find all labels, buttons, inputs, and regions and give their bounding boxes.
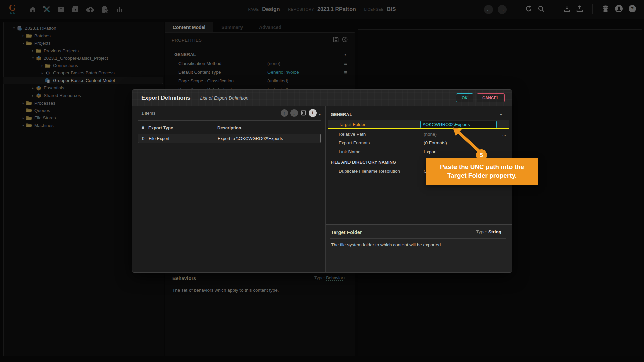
dialog-subtitle: List of Export Definition [200,95,248,101]
section-general: GENERAL ▼ [326,110,512,119]
dialog-title: Export Definitions [141,95,190,101]
export-definition-row[interactable]: 0 File Export Export to \\OKCWGRO02\Expo… [138,134,321,143]
ellipsis-button[interactable]: ... [500,132,506,137]
callout-step-badge: 5 [476,149,487,161]
target-folder-input[interactable]: \\OKCWGRO02\Exports [420,121,497,128]
callout-text: Paste the UNC path into the Target Folde… [432,163,532,180]
items-count: 1 items [141,111,281,116]
cancel-button[interactable]: CANCEL [477,93,505,102]
delete-icon[interactable] [300,109,306,117]
ellipsis-button[interactable]: ... [500,140,506,145]
property-row[interactable]: Relative Path (none) ... [326,130,512,138]
property-row[interactable]: Export Formats (0 Formats) ... [326,138,512,147]
divider [330,238,506,239]
ok-button[interactable]: OK [456,93,473,102]
divider [195,95,195,101]
divider [328,119,509,119]
list-header: # Export Type Description [138,124,321,134]
add-dropdown-icon[interactable]: ▾ [319,113,321,116]
property-help-description: The file system folder to which content … [331,242,501,247]
add-icon[interactable]: + [309,109,317,117]
tutorial-callout: Paste the UNC path into the Target Folde… [426,158,538,185]
target-folder-row[interactable]: Target Folder \\OKCWGRO02\Exports [328,120,509,129]
property-type: Type: String [476,229,501,234]
move-up-icon[interactable]: ↑ [281,109,288,117]
property-help-box: Type: String Target Folder The file syst… [326,224,512,272]
target-folder-label: Target Folder [339,122,420,127]
text-cursor [470,122,470,127]
move-down-icon[interactable]: ↓ [290,109,298,117]
property-help-title: Target Folder [331,230,362,235]
chevron-down-icon[interactable]: ▼ [499,113,503,116]
